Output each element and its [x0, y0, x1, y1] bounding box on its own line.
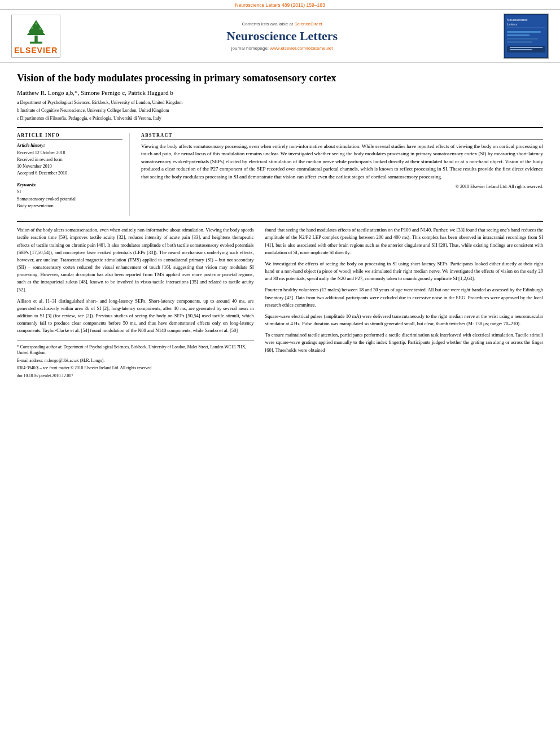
affiliation-c: c Dipartimento di Filosofia, Pedagogia, … [17, 115, 543, 123]
keyword-sep: Somatosensory evoked potential [17, 196, 123, 203]
keywords-label: Keywords: [17, 182, 123, 187]
svg-text:Neuroscience: Neuroscience [507, 18, 528, 21]
svg-rect-12 [507, 31, 541, 33]
journal-name-heading: Neuroscience Letters [60, 29, 504, 43]
svg-marker-3 [27, 25, 45, 35]
elsevier-logo-box: ELSEVIER [11, 15, 60, 58]
body-para-1: Vision of the body alters somatosensatio… [17, 226, 254, 294]
article-info-header: ARTICLE INFO [17, 133, 123, 139]
article-info-column: ARTICLE INFO Article history: Received 1… [17, 133, 130, 216]
body-text-section: Vision of the body alters somatosensatio… [17, 221, 543, 381]
sciencedirect-link[interactable]: ScienceDirect [294, 21, 322, 27]
svg-rect-0 [34, 36, 37, 43]
footnote-section: * Corresponding author at: Department of… [17, 340, 254, 379]
page-wrapper: Neuroscience Letters 489 (2011) 159–163 … [0, 0, 560, 386]
article-title: Vision of the body modulates processing … [17, 72, 543, 85]
svg-point-5 [39, 28, 41, 30]
footnote-1: * Corresponding author at: Department of… [17, 344, 254, 356]
svg-rect-18 [510, 49, 532, 50]
article-info-abstract-columns: ARTICLE INFO Article history: Received 1… [17, 127, 543, 216]
body-right-column: found that seeing the hand modulates eff… [265, 226, 543, 381]
keyword-body: Body representation [17, 203, 123, 210]
journal-citation-banner: Neuroscience Letters 489 (2011) 159–163 [0, 0, 560, 9]
abstract-column: ABSTRACT Viewing the body affects somato… [141, 133, 543, 216]
svg-rect-14 [507, 38, 538, 40]
svg-rect-11 [507, 28, 545, 28]
journal-cover-thumbnail: Neuroscience Letters [504, 14, 549, 59]
body-para-right-2: We investigated the effects of seeing th… [265, 260, 543, 283]
affiliations-section: a Department of Psychological Sciences, … [17, 99, 543, 122]
body-left-column: Vision of the body alters somatosensatio… [17, 226, 254, 381]
revised-label: Received in revised form [17, 156, 123, 163]
authors-line: Matthew R. Longo a,b,*, Simone Pernigo c… [17, 89, 543, 96]
journal-header: ELSEVIER Contents lists available at Sci… [0, 9, 560, 63]
contents-available-line: Contents lists available at ScienceDirec… [60, 21, 504, 27]
svg-text:Letters: Letters [507, 23, 517, 26]
copyright-line: © 2010 Elsevier Ireland Ltd. All rights … [141, 184, 543, 189]
elsevier-tree-icon [19, 18, 53, 46]
footnote-2: E-mail address: m.longo@bbk.ac.uk (M.R. … [17, 358, 254, 364]
elsevier-brand-text: ELSEVIER [14, 46, 58, 55]
body-para-right-1: found that seeing the hand modulates eff… [265, 226, 543, 256]
journal-citation-text: Neuroscience Letters 489 (2011) 159–163 [235, 2, 325, 8]
svg-rect-13 [507, 34, 530, 36]
keywords-section: Keywords: SI Somatosensory evoked potent… [17, 182, 123, 210]
cover-image-icon: Neuroscience Letters [504, 14, 548, 58]
svg-point-4 [31, 27, 33, 29]
article-history-section: Article history: Received 12 October 201… [17, 143, 123, 177]
history-label: Article history: [17, 143, 123, 148]
footnote-4: doi:10.1016/j.neulet.2010.12.007 [17, 373, 254, 379]
body-para-right-4: Square-wave electrical pulses (amplitude… [265, 313, 543, 327]
revised-date: 10 November 2010 [17, 163, 123, 170]
svg-rect-1 [30, 42, 42, 44]
main-content: Vision of the body modulates processing … [0, 63, 560, 386]
keyword-si: SI [17, 189, 123, 196]
accepted-date: Accepted 6 December 2010 [17, 170, 123, 177]
affiliation-a: a Department of Psychological Sciences, … [17, 99, 543, 107]
authors-text: Matthew R. Longo a,b,*, Simone Pernigo c… [17, 89, 173, 96]
homepage-url[interactable]: www.elsevier.com/locate/neulet [270, 46, 333, 51]
affiliation-b: b Institute of Cognitive Neuroscience, U… [17, 107, 543, 115]
svg-rect-17 [510, 47, 542, 48]
body-para-2: Allison et al. [1–3] distinguished short… [17, 298, 254, 335]
body-para-right-3: Fourteen healthy volunteers (13 males) b… [265, 286, 543, 309]
homepage-line: journal homepage: www.elsevier.com/locat… [60, 46, 504, 51]
svg-rect-15 [507, 41, 532, 43]
abstract-text: Viewing the body affects somatosensory p… [141, 143, 543, 181]
received-date: Received 12 October 2010 [17, 150, 123, 156]
svg-point-6 [35, 23, 37, 25]
abstract-header: ABSTRACT [141, 133, 543, 139]
body-para-right-5: To ensure maintained tactile attention, … [265, 331, 543, 354]
footnote-3: 0304-3940/$ – see front matter © 2010 El… [17, 365, 254, 372]
journal-title-center: Contents lists available at ScienceDirec… [60, 21, 504, 51]
